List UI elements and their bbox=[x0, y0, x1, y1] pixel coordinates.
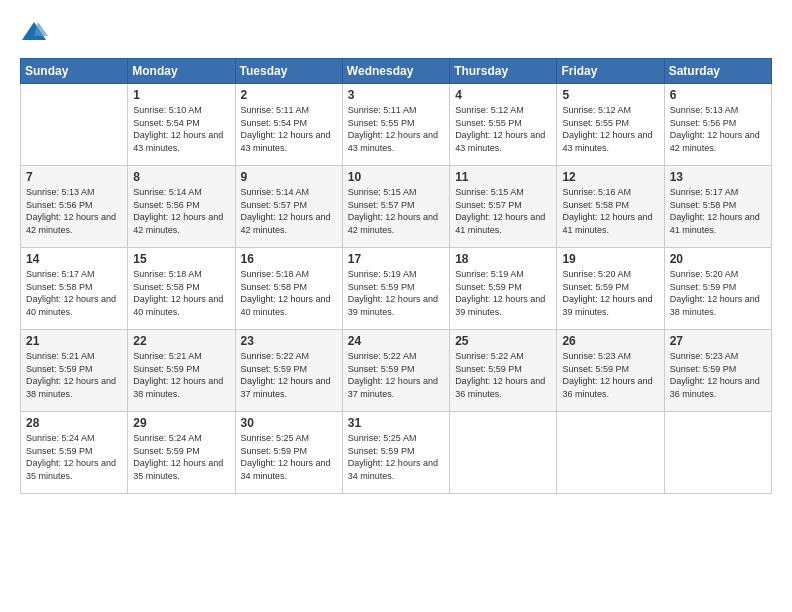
day-number: 30 bbox=[241, 416, 337, 430]
day-info: Sunrise: 5:19 AM Sunset: 5:59 PM Dayligh… bbox=[455, 268, 551, 318]
calendar-body: 1 Sunrise: 5:10 AM Sunset: 5:54 PM Dayli… bbox=[21, 84, 772, 494]
calendar-week-row: 21 Sunrise: 5:21 AM Sunset: 5:59 PM Dayl… bbox=[21, 330, 772, 412]
calendar-day-cell: 11 Sunrise: 5:15 AM Sunset: 5:57 PM Dayl… bbox=[450, 166, 557, 248]
daylight-label: Daylight: 12 hours and 35 minutes. bbox=[133, 458, 223, 481]
daylight-label: Daylight: 12 hours and 38 minutes. bbox=[26, 376, 116, 399]
daylight-label: Daylight: 12 hours and 39 minutes. bbox=[348, 294, 438, 317]
sunrise-label: Sunrise: 5:18 AM bbox=[133, 269, 202, 279]
sunrise-label: Sunrise: 5:13 AM bbox=[26, 187, 95, 197]
weekday-header-cell: Tuesday bbox=[235, 59, 342, 84]
sunrise-label: Sunrise: 5:23 AM bbox=[562, 351, 631, 361]
day-info: Sunrise: 5:14 AM Sunset: 5:57 PM Dayligh… bbox=[241, 186, 337, 236]
daylight-label: Daylight: 12 hours and 36 minutes. bbox=[670, 376, 760, 399]
sunrise-label: Sunrise: 5:19 AM bbox=[455, 269, 524, 279]
day-info: Sunrise: 5:22 AM Sunset: 5:59 PM Dayligh… bbox=[348, 350, 444, 400]
day-number: 17 bbox=[348, 252, 444, 266]
sunset-label: Sunset: 5:58 PM bbox=[670, 200, 737, 210]
daylight-label: Daylight: 12 hours and 37 minutes. bbox=[348, 376, 438, 399]
day-number: 26 bbox=[562, 334, 658, 348]
day-number: 5 bbox=[562, 88, 658, 102]
sunrise-label: Sunrise: 5:18 AM bbox=[241, 269, 310, 279]
header-area bbox=[20, 18, 772, 46]
sunrise-label: Sunrise: 5:22 AM bbox=[348, 351, 417, 361]
daylight-label: Daylight: 12 hours and 34 minutes. bbox=[348, 458, 438, 481]
sunset-label: Sunset: 5:59 PM bbox=[348, 446, 415, 456]
daylight-label: Daylight: 12 hours and 40 minutes. bbox=[133, 294, 223, 317]
sunrise-label: Sunrise: 5:22 AM bbox=[241, 351, 310, 361]
sunrise-label: Sunrise: 5:15 AM bbox=[455, 187, 524, 197]
day-info: Sunrise: 5:13 AM Sunset: 5:56 PM Dayligh… bbox=[26, 186, 122, 236]
sunset-label: Sunset: 5:59 PM bbox=[348, 364, 415, 374]
sunrise-label: Sunrise: 5:13 AM bbox=[670, 105, 739, 115]
day-info: Sunrise: 5:20 AM Sunset: 5:59 PM Dayligh… bbox=[670, 268, 766, 318]
calendar-day-cell bbox=[664, 412, 771, 494]
calendar-day-cell: 3 Sunrise: 5:11 AM Sunset: 5:55 PM Dayli… bbox=[342, 84, 449, 166]
sunrise-label: Sunrise: 5:15 AM bbox=[348, 187, 417, 197]
sunrise-label: Sunrise: 5:14 AM bbox=[241, 187, 310, 197]
weekday-header-cell: Wednesday bbox=[342, 59, 449, 84]
daylight-label: Daylight: 12 hours and 38 minutes. bbox=[133, 376, 223, 399]
sunrise-label: Sunrise: 5:16 AM bbox=[562, 187, 631, 197]
calendar-week-row: 14 Sunrise: 5:17 AM Sunset: 5:58 PM Dayl… bbox=[21, 248, 772, 330]
weekday-header-cell: Sunday bbox=[21, 59, 128, 84]
sunrise-label: Sunrise: 5:24 AM bbox=[26, 433, 95, 443]
sunrise-label: Sunrise: 5:12 AM bbox=[455, 105, 524, 115]
day-info: Sunrise: 5:11 AM Sunset: 5:54 PM Dayligh… bbox=[241, 104, 337, 154]
day-info: Sunrise: 5:11 AM Sunset: 5:55 PM Dayligh… bbox=[348, 104, 444, 154]
daylight-label: Daylight: 12 hours and 43 minutes. bbox=[348, 130, 438, 153]
day-info: Sunrise: 5:21 AM Sunset: 5:59 PM Dayligh… bbox=[133, 350, 229, 400]
daylight-label: Daylight: 12 hours and 40 minutes. bbox=[26, 294, 116, 317]
daylight-label: Daylight: 12 hours and 39 minutes. bbox=[455, 294, 545, 317]
day-number: 27 bbox=[670, 334, 766, 348]
sunset-label: Sunset: 5:58 PM bbox=[133, 282, 200, 292]
day-number: 28 bbox=[26, 416, 122, 430]
logo-icon bbox=[20, 18, 48, 46]
calendar-day-cell: 16 Sunrise: 5:18 AM Sunset: 5:58 PM Dayl… bbox=[235, 248, 342, 330]
calendar-day-cell: 19 Sunrise: 5:20 AM Sunset: 5:59 PM Dayl… bbox=[557, 248, 664, 330]
sunrise-label: Sunrise: 5:21 AM bbox=[26, 351, 95, 361]
sunset-label: Sunset: 5:59 PM bbox=[241, 446, 308, 456]
day-info: Sunrise: 5:23 AM Sunset: 5:59 PM Dayligh… bbox=[562, 350, 658, 400]
calendar-day-cell: 14 Sunrise: 5:17 AM Sunset: 5:58 PM Dayl… bbox=[21, 248, 128, 330]
day-info: Sunrise: 5:10 AM Sunset: 5:54 PM Dayligh… bbox=[133, 104, 229, 154]
calendar-day-cell: 22 Sunrise: 5:21 AM Sunset: 5:59 PM Dayl… bbox=[128, 330, 235, 412]
daylight-label: Daylight: 12 hours and 41 minutes. bbox=[562, 212, 652, 235]
sunset-label: Sunset: 5:55 PM bbox=[562, 118, 629, 128]
day-number: 8 bbox=[133, 170, 229, 184]
svg-marker-1 bbox=[34, 22, 48, 36]
day-info: Sunrise: 5:16 AM Sunset: 5:58 PM Dayligh… bbox=[562, 186, 658, 236]
sunset-label: Sunset: 5:56 PM bbox=[133, 200, 200, 210]
day-number: 12 bbox=[562, 170, 658, 184]
weekday-header-cell: Monday bbox=[128, 59, 235, 84]
daylight-label: Daylight: 12 hours and 42 minutes. bbox=[241, 212, 331, 235]
calendar-day-cell: 27 Sunrise: 5:23 AM Sunset: 5:59 PM Dayl… bbox=[664, 330, 771, 412]
day-info: Sunrise: 5:17 AM Sunset: 5:58 PM Dayligh… bbox=[26, 268, 122, 318]
day-number: 15 bbox=[133, 252, 229, 266]
calendar-day-cell: 25 Sunrise: 5:22 AM Sunset: 5:59 PM Dayl… bbox=[450, 330, 557, 412]
calendar-day-cell: 15 Sunrise: 5:18 AM Sunset: 5:58 PM Dayl… bbox=[128, 248, 235, 330]
day-number: 21 bbox=[26, 334, 122, 348]
weekday-header-cell: Friday bbox=[557, 59, 664, 84]
day-info: Sunrise: 5:22 AM Sunset: 5:59 PM Dayligh… bbox=[455, 350, 551, 400]
sunrise-label: Sunrise: 5:10 AM bbox=[133, 105, 202, 115]
calendar-day-cell: 4 Sunrise: 5:12 AM Sunset: 5:55 PM Dayli… bbox=[450, 84, 557, 166]
calendar-week-row: 7 Sunrise: 5:13 AM Sunset: 5:56 PM Dayli… bbox=[21, 166, 772, 248]
daylight-label: Daylight: 12 hours and 35 minutes. bbox=[26, 458, 116, 481]
calendar-day-cell: 12 Sunrise: 5:16 AM Sunset: 5:58 PM Dayl… bbox=[557, 166, 664, 248]
sunset-label: Sunset: 5:59 PM bbox=[133, 364, 200, 374]
daylight-label: Daylight: 12 hours and 42 minutes. bbox=[26, 212, 116, 235]
calendar-day-cell: 18 Sunrise: 5:19 AM Sunset: 5:59 PM Dayl… bbox=[450, 248, 557, 330]
sunset-label: Sunset: 5:59 PM bbox=[670, 282, 737, 292]
sunset-label: Sunset: 5:56 PM bbox=[670, 118, 737, 128]
sunrise-label: Sunrise: 5:20 AM bbox=[670, 269, 739, 279]
sunset-label: Sunset: 5:59 PM bbox=[455, 364, 522, 374]
weekday-header-cell: Thursday bbox=[450, 59, 557, 84]
day-number: 10 bbox=[348, 170, 444, 184]
calendar-week-row: 28 Sunrise: 5:24 AM Sunset: 5:59 PM Dayl… bbox=[21, 412, 772, 494]
daylight-label: Daylight: 12 hours and 38 minutes. bbox=[670, 294, 760, 317]
sunrise-label: Sunrise: 5:12 AM bbox=[562, 105, 631, 115]
day-number: 23 bbox=[241, 334, 337, 348]
sunrise-label: Sunrise: 5:17 AM bbox=[670, 187, 739, 197]
sunrise-label: Sunrise: 5:11 AM bbox=[348, 105, 417, 115]
calendar-day-cell bbox=[557, 412, 664, 494]
